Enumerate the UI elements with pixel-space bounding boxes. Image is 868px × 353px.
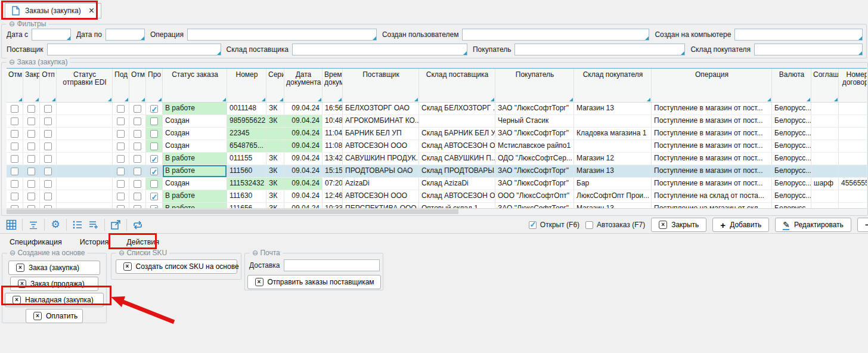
table-row[interactable]: В работе0011148ЗК09.04.2416:56БЕЛХОЗТОРГ… [7, 103, 867, 115]
cell-status[interactable]: В работе [163, 190, 227, 202]
cell-supwh[interactable]: Склад САВУШКИН П... [419, 153, 495, 165]
cell-edi[interactable] [57, 128, 113, 140]
cell-edi[interactable] [57, 190, 113, 202]
table-row[interactable]: Создан985955622ЗК09.04.2410:48АГРОКОМБИН… [7, 115, 867, 128]
cell-edi[interactable] [57, 178, 113, 190]
cell-time[interactable]: 11:08 [323, 140, 343, 152]
column-header-agr[interactable]: Соглаш [811, 69, 839, 102]
cell-sup[interactable]: БЕЛХОЗТОРГ ОАО [343, 103, 419, 114]
checkbox-отм[interactable] [134, 117, 141, 125]
date-to-input[interactable] [106, 29, 145, 41]
cell-contract[interactable] [839, 128, 867, 140]
cell-status[interactable]: Создан [163, 115, 227, 127]
cell-supwh[interactable] [419, 115, 495, 127]
cell-edi[interactable] [57, 103, 113, 114]
refresh-icon[interactable] [131, 218, 144, 231]
column-header-отм[interactable]: Отм [129, 69, 146, 102]
checkbox-закр[interactable] [27, 117, 35, 125]
cell-sup[interactable]: ПРОДТОВАРЫ ОАО [343, 165, 419, 177]
cell-ser[interactable]: ЗК [266, 165, 284, 177]
cell-agr[interactable] [811, 190, 839, 202]
cell-buywh[interactable] [574, 140, 652, 152]
checkbox-отм[interactable] [11, 155, 18, 163]
checkbox-под[interactable] [117, 168, 125, 175]
checkbox-под[interactable] [117, 105, 125, 113]
cell-op[interactable]: Поступление в магазин от пост... [652, 128, 772, 140]
cell-ser[interactable] [266, 128, 284, 140]
cell-date[interactable]: 09.04.24 [284, 153, 323, 165]
cell-sup[interactable]: АВТОСЕЗОН ООО [343, 140, 419, 152]
checkbox-отм[interactable] [11, 105, 18, 113]
cell-contract[interactable] [839, 165, 867, 177]
cell-buyer[interactable]: ООО "ЛюксСофтОпт" [495, 190, 574, 202]
column-header-buyer[interactable]: Покупатель [495, 69, 574, 102]
table-row[interactable]: В работе111560ЗК09.04.2415:15ПРОДТОВАРЫ … [7, 165, 867, 178]
checkbox-про[interactable] [150, 130, 158, 138]
cell-num[interactable]: 985955622 [227, 115, 266, 127]
cell-buyer[interactable]: ЗАО "ЛюксСофтТорг" [495, 103, 574, 114]
cell-cur[interactable]: Белорусс... [772, 153, 811, 165]
cell-date[interactable]: 09.04.24 [284, 140, 323, 152]
cell-time[interactable]: 13:42 [323, 153, 343, 165]
column-header-ser[interactable]: Сери [266, 69, 284, 102]
column-header-закр[interactable]: Закр [23, 69, 40, 102]
table-row[interactable]: Создан6548765...09.04.2411:08АВТОСЕЗОН О… [7, 140, 867, 153]
checkbox-закр[interactable] [27, 180, 35, 188]
cell-date[interactable]: 09.04.24 [284, 178, 323, 190]
cell-status[interactable]: Создан [163, 128, 227, 140]
cell-edi[interactable] [57, 115, 113, 127]
cell-time[interactable]: 11:04 [323, 128, 343, 140]
cell-sup[interactable]: АВТОСЕЗОН ООО [343, 190, 419, 202]
invoice-purchase-button[interactable]: ×Накладная (закупка) [5, 293, 104, 307]
cell-op[interactable]: Поступление на склад от поста... [652, 190, 772, 202]
checkbox-отп[interactable] [44, 130, 52, 138]
cell-agr[interactable] [811, 153, 839, 165]
column-header-num[interactable]: Номер [227, 69, 266, 102]
tab-actions[interactable]: Действия [126, 238, 159, 246]
cell-cur[interactable]: Белорусс... [772, 178, 811, 190]
column-header-time[interactable]: Врем. докум [323, 69, 343, 102]
column-header-отм[interactable]: Отм [7, 69, 23, 102]
checkbox-про[interactable] [150, 117, 158, 125]
tab-history[interactable]: История [80, 238, 108, 246]
cell-supwh[interactable]: Склад БАРНИК БЕЛ УП [419, 128, 495, 140]
checkbox-отм[interactable] [11, 130, 18, 138]
supplier-input[interactable] [47, 44, 221, 55]
cell-agr[interactable] [811, 115, 839, 127]
cell-time[interactable]: 15:15 [323, 165, 343, 177]
cell-sup[interactable]: AzizaDi [343, 178, 419, 190]
checkbox-отп[interactable] [44, 168, 52, 175]
checkbox-про[interactable] [150, 105, 158, 113]
cell-buyer[interactable]: ОДО "ЛюксСофтСер... [495, 153, 574, 165]
cell-status[interactable]: В работе [163, 153, 227, 165]
cell-contract[interactable] [839, 103, 867, 114]
cell-num[interactable]: 6548765... [227, 140, 266, 152]
checkbox-про[interactable] [150, 193, 158, 200]
checkbox-отм[interactable] [11, 193, 18, 200]
cell-supwh[interactable]: Склад ПРОДТОВАРЫ... [419, 165, 495, 177]
column-header-pro[interactable]: Про [146, 69, 163, 102]
table-row[interactable]: В работе011155ЗК09.04.2413:42САВУШКИН ПР… [7, 153, 867, 165]
column-header-supwh[interactable]: Склад поставщика [419, 69, 495, 102]
edit-button[interactable]: ✎Редактировать [775, 218, 851, 232]
tab-specification[interactable]: Спецификация [10, 238, 62, 246]
cell-edi[interactable] [57, 153, 113, 165]
cell-ser[interactable]: ЗК [266, 103, 284, 114]
cell-num[interactable]: 111630 [227, 190, 266, 202]
checkbox-закр[interactable] [27, 155, 35, 163]
checkbox-под[interactable] [117, 193, 125, 200]
cell-time[interactable]: 12:46 [323, 190, 343, 202]
checkbox-отм[interactable] [134, 155, 141, 163]
cell-ser[interactable]: ЗК [266, 178, 284, 190]
cell-cur[interactable]: Белорусс... [772, 103, 811, 114]
cell-cur[interactable]: Белорусс... [772, 190, 811, 202]
cell-buyer[interactable]: ЗАО "ЛюксСофтТорг" [495, 178, 574, 190]
checkbox-отм[interactable] [134, 180, 141, 188]
cell-agr[interactable] [811, 165, 839, 177]
checkbox-отм[interactable] [134, 193, 141, 200]
cell-buyer[interactable]: Черный Стасик [495, 115, 574, 127]
cell-time[interactable]: 16:56 [323, 103, 343, 114]
cell-op[interactable]: Поступление в магазин от пост... [652, 178, 772, 190]
column-header-edi[interactable]: Статус отправки EDI [57, 69, 113, 102]
cell-date[interactable]: 09.04.24 [284, 103, 323, 114]
